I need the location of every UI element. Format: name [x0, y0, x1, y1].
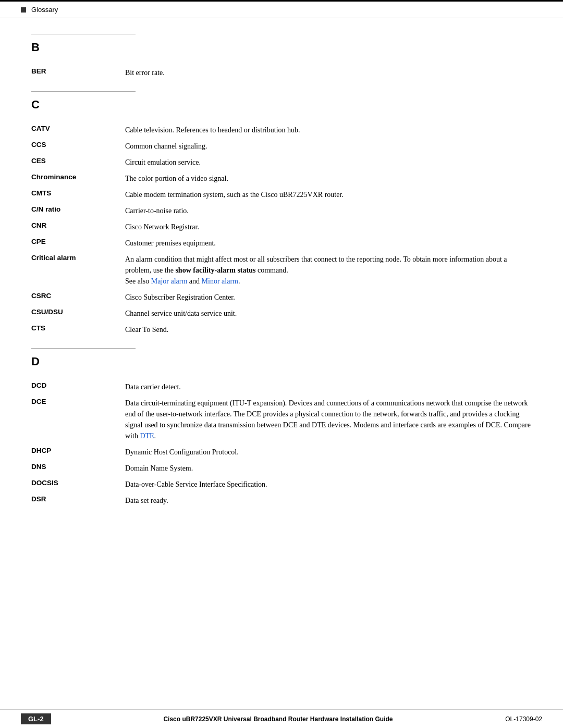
- section-d-divider: [31, 348, 136, 349]
- def-cmts: Cable modem termination system, such as …: [125, 187, 532, 203]
- term-dsr: DSR: [31, 492, 125, 509]
- def-ccs: Common channel signaling.: [125, 138, 532, 154]
- table-row: CTS Clear To Send.: [31, 322, 532, 338]
- table-row: DOCSIS Data-over-Cable Service Interface…: [31, 476, 532, 492]
- term-chrominance: Chrominance: [31, 170, 125, 187]
- term-cpe: CPE: [31, 235, 125, 251]
- section-d-table: DCD Data carrier detect. DCE Data circui…: [31, 379, 532, 509]
- section-b: B BER Bit error rate.: [31, 34, 532, 81]
- section-d-letter: D: [31, 355, 532, 368]
- def-chrominance: The color portion of a video signal.: [125, 170, 532, 187]
- section-c-table: CATV Cable television. References to hea…: [31, 122, 532, 338]
- def-dsr: Data set ready.: [125, 492, 532, 509]
- term-cts: CTS: [31, 322, 125, 338]
- def-ber: Bit error rate.: [125, 65, 532, 81]
- section-b-letter: B: [31, 41, 532, 54]
- footer-book-title: Cisco uBR7225VXR Universal Broadband Rou…: [51, 715, 506, 723]
- table-row: DCE Data circuit-terminating equipment (…: [31, 395, 532, 444]
- term-cn-ratio: C/N ratio: [31, 203, 125, 219]
- table-row: CSRC Cisco Subscriber Registration Cente…: [31, 289, 532, 305]
- term-dce: DCE: [31, 395, 125, 444]
- section-b-table: BER Bit error rate.: [31, 65, 532, 81]
- def-cnr: Cisco Network Registrar.: [125, 219, 532, 235]
- term-critical-alarm: Critical alarm: [31, 251, 125, 289]
- section-c-divider: [31, 91, 136, 92]
- term-ccs: CCS: [31, 138, 125, 154]
- def-cpe: Customer premises equipment.: [125, 235, 532, 251]
- term-ber: BER: [31, 65, 125, 81]
- table-row: CMTS Cable modem termination system, suc…: [31, 187, 532, 203]
- footer: GL-2 Cisco uBR7225VXR Universal Broadban…: [0, 709, 563, 728]
- def-catv: Cable television. References to headend …: [125, 122, 532, 138]
- table-row: CSU/DSU Channel service unit/data servic…: [31, 305, 532, 322]
- def-cts: Clear To Send.: [125, 322, 532, 338]
- section-d: D DCD Data carrier detect. DCE Data circ…: [31, 348, 532, 509]
- table-row: CES Circuit emulation service.: [31, 154, 532, 170]
- section-c-letter: C: [31, 98, 532, 112]
- link-minor-alarm[interactable]: Minor alarm: [202, 277, 238, 285]
- table-row: Chrominance The color portion of a video…: [31, 170, 532, 187]
- link-major-alarm[interactable]: Major alarm: [151, 277, 188, 285]
- table-row: Critical alarm An alarm condition that m…: [31, 251, 532, 289]
- section-b-divider: [31, 34, 136, 34]
- term-catv: CATV: [31, 122, 125, 138]
- def-dcd: Data carrier detect.: [125, 379, 532, 395]
- table-row: CATV Cable television. References to hea…: [31, 122, 532, 138]
- term-docsis: DOCSIS: [31, 476, 125, 492]
- term-dhcp: DHCP: [31, 444, 125, 460]
- command-inline: show facility-alarm status: [175, 266, 255, 274]
- link-dte[interactable]: DTE: [140, 432, 154, 440]
- table-row: BER Bit error rate.: [31, 65, 532, 81]
- term-csrc: CSRC: [31, 289, 125, 305]
- term-dcd: DCD: [31, 379, 125, 395]
- def-dce: Data circuit-terminating equipment (ITU-…: [125, 395, 532, 444]
- term-cnr: CNR: [31, 219, 125, 235]
- header-title: Glossary: [31, 6, 58, 14]
- term-csu-dsu: CSU/DSU: [31, 305, 125, 322]
- table-row: DHCP Dynamic Host Configuration Protocol…: [31, 444, 532, 460]
- section-c: C CATV Cable television. References to h…: [31, 91, 532, 338]
- def-ces: Circuit emulation service.: [125, 154, 532, 170]
- footer-doc-number: OL-17309-02: [505, 715, 542, 723]
- def-cn-ratio: Carrier-to-noise ratio.: [125, 203, 532, 219]
- table-row: CCS Common channel signaling.: [31, 138, 532, 154]
- content-area: B BER Bit error rate. C CATV Cable telev…: [0, 18, 563, 561]
- header-bar: Glossary: [0, 2, 563, 18]
- footer-page-label: GL-2: [21, 713, 51, 724]
- def-dns: Domain Name System.: [125, 460, 532, 476]
- table-row: CNR Cisco Network Registrar.: [31, 219, 532, 235]
- table-row: CPE Customer premises equipment.: [31, 235, 532, 251]
- term-dns: DNS: [31, 460, 125, 476]
- term-cmts: CMTS: [31, 187, 125, 203]
- def-dhcp: Dynamic Host Configuration Protocol.: [125, 444, 532, 460]
- table-row: C/N ratio Carrier-to-noise ratio.: [31, 203, 532, 219]
- term-ces: CES: [31, 154, 125, 170]
- page-container: Glossary B BER Bit error rate. C CATV Ca…: [0, 0, 563, 728]
- def-docsis: Data-over-Cable Service Interface Specif…: [125, 476, 532, 492]
- table-row: DNS Domain Name System.: [31, 460, 532, 476]
- table-row: DSR Data set ready.: [31, 492, 532, 509]
- header-icon: [21, 7, 26, 13]
- def-critical-alarm: An alarm condition that might affect mos…: [125, 251, 532, 289]
- def-csrc: Cisco Subscriber Registration Center.: [125, 289, 532, 305]
- def-csu-dsu: Channel service unit/data service unit.: [125, 305, 532, 322]
- table-row: DCD Data carrier detect.: [31, 379, 532, 395]
